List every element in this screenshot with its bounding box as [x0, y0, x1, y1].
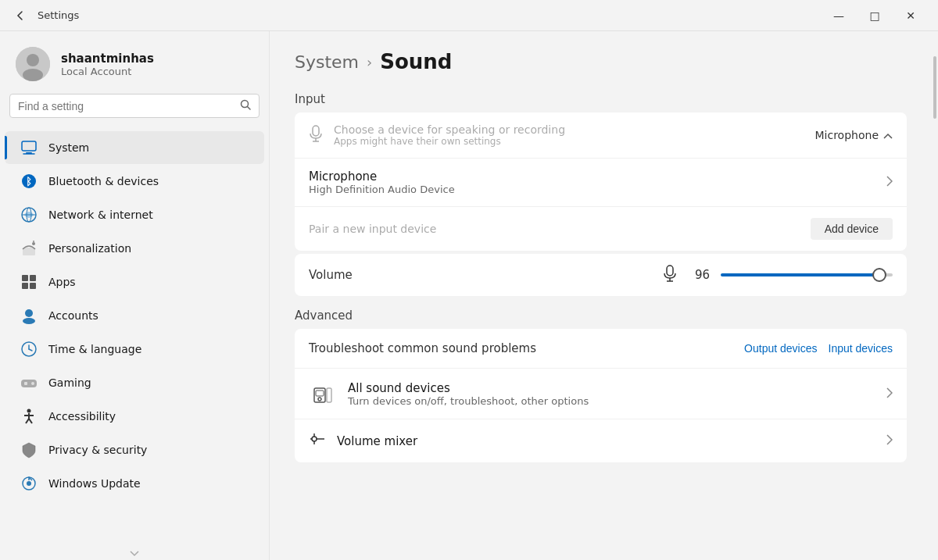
back-button[interactable]: [9, 5, 31, 27]
sidebar-item-label-personalization: Personalization: [48, 242, 131, 255]
svg-rect-35: [313, 126, 319, 136]
svg-rect-26: [24, 382, 27, 385]
svg-rect-17: [30, 275, 36, 281]
choose-right[interactable]: Microphone: [815, 129, 893, 141]
sidebar-item-network[interactable]: Network & internet: [5, 198, 264, 231]
window-title: Settings: [38, 9, 79, 21]
sidebar-item-label-network: Network & internet: [48, 209, 153, 221]
svg-point-1: [27, 54, 39, 66]
microphone-device-row[interactable]: Microphone High Definition Audio Device: [295, 159, 907, 207]
input-card: Choose a device for speaking or recordin…: [295, 112, 907, 251]
svg-rect-16: [22, 275, 28, 281]
sidebar-item-label-time: Time & language: [48, 343, 141, 355]
sidebar-item-time[interactable]: Time & language: [5, 333, 264, 366]
device-sub: High Definition Audio Device: [309, 184, 886, 195]
choose-text: Choose a device for speaking or recordin…: [334, 123, 804, 147]
nav-list: System ᛒ Bluetooth & devices Network & i…: [0, 127, 269, 548]
output-devices-button[interactable]: Output devices: [744, 342, 817, 355]
close-button[interactable]: ✕: [893, 0, 929, 31]
troubleshoot-label: Troubleshoot common sound problems: [309, 341, 733, 355]
volume-slider[interactable]: [721, 273, 893, 276]
svg-point-14: [32, 242, 35, 245]
sidebar-item-accounts[interactable]: Accounts: [5, 299, 264, 332]
svg-point-34: [27, 481, 31, 486]
bluetooth-icon: ᛒ: [20, 173, 38, 190]
breadcrumb-separator: ›: [367, 54, 372, 70]
svg-rect-5: [22, 141, 36, 151]
volume-mic-icon: [663, 265, 677, 285]
input-devices-button[interactable]: Input devices: [829, 342, 893, 355]
sidebar-item-update[interactable]: Windows Update: [5, 467, 264, 500]
sidebar-item-label-privacy: Privacy & security: [48, 444, 147, 456]
svg-point-2: [23, 69, 43, 81]
time-icon: [20, 341, 38, 358]
volume-mixer-icon: [309, 430, 326, 451]
chevron-up-icon: [883, 129, 893, 141]
advanced-card: Troubleshoot common sound problems Outpu…: [295, 329, 907, 462]
titlebar: Settings — □ ✕: [0, 0, 938, 31]
minimize-button[interactable]: —: [821, 0, 857, 31]
device-info: Microphone High Definition Audio Device: [309, 169, 886, 195]
choose-device-row: Choose a device for speaking or recordin…: [295, 112, 907, 159]
mic-small-icon: [309, 125, 323, 145]
user-info: shaantminhas Local Account: [61, 52, 154, 77]
breadcrumb-current: Sound: [380, 50, 452, 73]
breadcrumb: System › Sound: [295, 50, 907, 73]
volume-row: Volume 96: [295, 254, 907, 296]
svg-rect-19: [30, 283, 36, 289]
svg-point-43: [318, 398, 321, 401]
user-profile[interactable]: shaantminhas Local Account: [0, 31, 269, 94]
all-devices-info: All sound devices Turn devices on/off, t…: [348, 381, 875, 407]
system-icon: [20, 139, 38, 156]
user-account-type: Local Account: [61, 66, 154, 77]
maximize-button[interactable]: □: [857, 0, 893, 31]
sound-device-icon: [309, 380, 337, 408]
update-icon: [20, 475, 38, 492]
accounts-icon: [20, 307, 38, 324]
troubleshoot-row: Troubleshoot common sound problems Outpu…: [295, 329, 907, 369]
sidebar-item-accessibility[interactable]: Accessibility: [5, 400, 264, 433]
sidebar-item-label-gaming: Gaming: [48, 376, 91, 389]
all-devices-title: All sound devices: [348, 381, 875, 395]
all-sound-devices-row[interactable]: All sound devices Turn devices on/off, t…: [295, 369, 907, 419]
svg-point-20: [25, 309, 33, 317]
choose-sub: Apps might have their own settings: [334, 136, 804, 147]
svg-rect-44: [327, 388, 331, 402]
pair-device-row: Pair a new input device Add device: [295, 207, 907, 251]
device-label: Microphone: [815, 129, 879, 141]
volume-label: Volume: [309, 268, 652, 282]
volume-mixer-row[interactable]: Volume mixer: [295, 419, 907, 462]
svg-rect-13: [23, 248, 35, 255]
device-name: Microphone: [309, 169, 886, 184]
volume-mixer-label: Volume mixer: [337, 434, 875, 448]
accessibility-icon: [20, 408, 38, 425]
apps-icon: [20, 273, 38, 291]
all-devices-sub: Turn devices on/off, troubleshoot, other…: [348, 395, 875, 407]
sidebar-item-personalization[interactable]: Personalization: [5, 232, 264, 265]
search-input[interactable]: [18, 100, 234, 112]
breadcrumb-parent[interactable]: System: [295, 52, 359, 72]
sidebar-scroll-indicator: [0, 548, 269, 560]
sidebar-item-label-accounts: Accounts: [48, 309, 98, 322]
privacy-icon: [20, 441, 38, 458]
all-devices-chevron-icon: [886, 387, 893, 401]
avatar: [16, 47, 50, 81]
sidebar-item-privacy[interactable]: Privacy & security: [5, 433, 264, 466]
svg-rect-18: [22, 283, 28, 289]
scrollbar[interactable]: [932, 31, 938, 560]
scrollbar-thumb[interactable]: [933, 56, 936, 119]
choose-title: Choose a device for speaking or recordin…: [334, 123, 804, 136]
sidebar-item-apps[interactable]: Apps: [5, 266, 264, 298]
svg-point-21: [23, 318, 35, 324]
svg-point-46: [312, 437, 317, 441]
pair-text: Pair a new input device: [309, 223, 800, 235]
sidebar-item-label-accessibility: Accessibility: [48, 410, 116, 423]
sidebar-item-bluetooth[interactable]: ᛒ Bluetooth & devices: [5, 165, 264, 198]
volume-slider-container: [721, 273, 893, 276]
add-device-button[interactable]: Add device: [811, 218, 893, 240]
network-icon: [20, 206, 38, 223]
sidebar-item-system[interactable]: System: [5, 131, 264, 164]
sidebar-item-gaming[interactable]: Gaming: [5, 366, 264, 399]
search-box: [9, 94, 260, 118]
gaming-icon: [20, 374, 38, 391]
